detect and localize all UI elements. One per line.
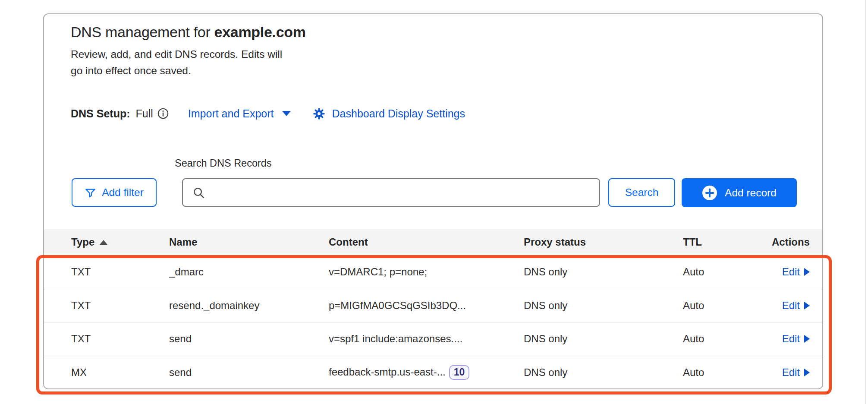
record-name: resend._domainkey [169,300,329,312]
record-proxy-status: DNS only [524,366,683,379]
column-header-content: Content [329,236,524,248]
add-record-button[interactable]: Add record [682,178,797,207]
column-header-actions: Actions [769,236,810,248]
column-header-ttl: TTL [683,236,769,248]
chevron-right-icon [804,268,810,276]
record-ttl: Auto [683,300,769,312]
table-body: TXT _dmarc v=DMARC1; p=none; DNS only Au… [44,255,822,389]
dns-records-table: Type Name Content Proxy status TTL Actio… [44,229,822,389]
edit-label: Edit [782,333,800,345]
record-proxy-status: DNS only [524,266,683,278]
record-type: TXT [71,300,169,312]
edit-record-button[interactable]: Edit [782,366,810,379]
table-header-row: Type Name Content Proxy status TTL Actio… [44,229,822,255]
record-content: v=DMARC1; p=none; [329,266,524,278]
record-name: send [169,333,329,345]
column-header-proxy-status: Proxy status [524,236,683,248]
add-record-label: Add record [725,187,777,199]
chevron-down-icon [282,111,291,116]
import-export-link[interactable]: Import and Export [188,107,291,120]
page-title: DNS management for example.com [71,23,306,41]
record-actions: Edit [769,266,810,278]
record-type: TXT [71,266,169,278]
record-actions: Edit [769,366,810,379]
chevron-right-icon [804,335,810,343]
add-filter-button[interactable]: Add filter [72,178,157,207]
edit-record-button[interactable]: Edit [782,266,810,278]
page-title-prefix: DNS management for [71,24,214,40]
chevron-right-icon [804,302,810,309]
table-row: TXT _dmarc v=DMARC1; p=none; DNS only Au… [44,255,822,289]
column-header-name: Name [169,236,329,248]
record-content: p=MIGfMA0GCSqGSIb3DQ... [329,300,524,312]
filter-funnel-icon [85,187,96,199]
table-row: TXT resend._domainkey p=MIGfMA0GCSqGSIb3… [44,289,822,322]
record-content: v=spf1 include:amazonses.... [329,333,524,345]
record-ttl: Auto [683,333,769,345]
gear-icon [312,107,326,120]
dashboard-display-settings-link[interactable]: Dashboard Display Settings [332,107,465,120]
record-proxy-status: DNS only [524,333,683,345]
edit-label: Edit [782,300,800,312]
import-export-label: Import and Export [188,107,274,120]
dns-setup-row: DNS Setup: Full Import and Export [71,105,465,122]
search-dns-records-label: Search DNS Records [175,158,272,169]
record-ttl: Auto [683,366,769,379]
chevron-right-icon [804,369,810,376]
record-actions: Edit [769,333,810,345]
plus-circle-icon [702,185,717,201]
panel-edge-divider [865,0,866,404]
page: DNS management for example.com Review, a… [0,0,868,404]
subtitle-line-2: go into effect once saved. [71,63,282,79]
edit-record-button[interactable]: Edit [782,333,810,345]
subtitle-line-1: Review, add, and edit DNS records. Edits… [71,46,282,63]
record-ttl: Auto [683,266,769,278]
search-button[interactable]: Search [608,178,675,207]
table-row: MX send feedback-smtp.us-east-...10 DNS … [44,356,822,389]
column-header-type[interactable]: Type [71,236,169,248]
search-icon [192,186,205,199]
table-row: TXT send v=spf1 include:amazonses.... DN… [44,322,822,356]
record-actions: Edit [769,300,810,312]
edit-label: Edit [782,266,800,278]
add-filter-label: Add filter [102,186,144,199]
edit-record-button[interactable]: Edit [782,300,810,312]
record-name: send [169,366,329,379]
page-subtitle: Review, add, and edit DNS records. Edits… [71,46,282,79]
dns-management-card: DNS management for example.com Review, a… [43,13,823,389]
mx-priority-badge: 10 [449,365,470,380]
search-input[interactable] [211,179,599,206]
dns-setup-label: DNS Setup: [71,107,130,120]
info-icon[interactable] [157,107,169,120]
record-content: feedback-smtp.us-east-...10 [329,365,524,380]
dns-setup-value: Full [136,107,153,120]
search-input-container [182,178,600,207]
record-type: TXT [71,333,169,345]
record-proxy-status: DNS only [524,300,683,312]
sort-ascending-icon [100,240,107,245]
record-type: MX [71,366,169,379]
record-name: _dmarc [169,266,329,278]
page-title-domain: example.com [214,24,306,40]
edit-label: Edit [782,366,800,379]
